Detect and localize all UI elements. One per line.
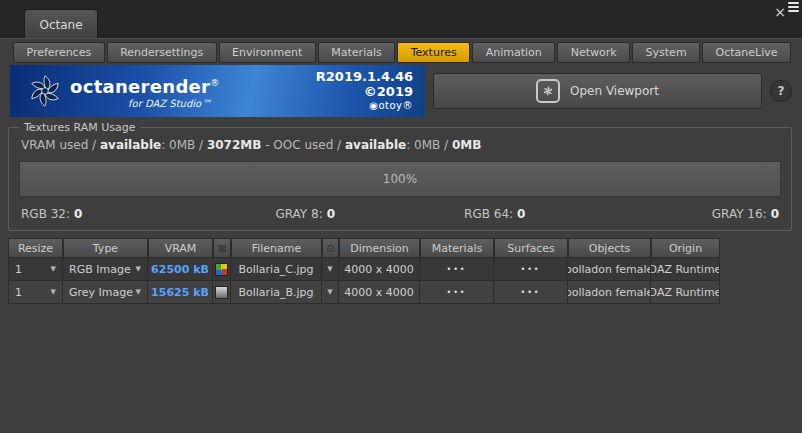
window-title-tab[interactable]: Octane (24, 9, 98, 39)
brand-subtitle: for DAZ Studio™ (128, 98, 211, 109)
tab-textures[interactable]: Textures (397, 42, 470, 63)
chevron-down-icon: ▼ (327, 266, 332, 273)
texture-thumbnail (215, 263, 228, 276)
table-row: 1▼ RGB Image▼ 62500 kB Bollaria_C.jpg ▼ … (8, 258, 720, 281)
column-header-objects[interactable]: Objects (568, 238, 651, 258)
close-icon[interactable]: × (774, 5, 786, 19)
vram-usage-text: VRAM used / available: 0MB / 3072MB - OO… (21, 138, 481, 152)
filename-cell[interactable]: Bollaria_C.jpg (231, 258, 322, 281)
origin-cell: DAZ Runtime (651, 258, 720, 281)
tab-animation[interactable]: Animation (472, 42, 555, 63)
main-panel: Preferences Rendersettings Environment M… (0, 38, 802, 433)
stat-gray8: GRAY 8:0 (275, 207, 335, 221)
type-select[interactable]: Grey Image▼ (63, 281, 148, 304)
column-header-resize[interactable]: Resize (8, 238, 63, 258)
version-number: R2019.1.4.46 (316, 70, 413, 85)
image-box-icon: ⊠ (217, 243, 226, 254)
textures-table: Resize Type VRAM ⊠ Filename ⊙ Dimension … (8, 238, 720, 304)
filename-dropdown[interactable]: ▼ (322, 281, 339, 304)
column-header-surfaces[interactable]: Surfaces (494, 238, 568, 258)
surfaces-button[interactable]: ••• (494, 258, 568, 281)
brand-title: octanerender® (70, 76, 220, 97)
vram-value: 62500 kB (148, 258, 213, 281)
open-viewport-label: Open Viewport (570, 84, 659, 98)
tab-materials[interactable]: Materials (318, 42, 395, 63)
texture-thumbnail-cell[interactable] (213, 281, 231, 304)
textures-ram-usage-group: Textures RAM Usage VRAM used / available… (8, 127, 792, 231)
chevron-down-icon: ▼ (136, 289, 141, 296)
chevron-down-icon: ▼ (51, 266, 56, 273)
tab-bar: Preferences Rendersettings Environment M… (13, 42, 791, 63)
column-header-origin[interactable]: Origin (651, 238, 720, 258)
banner-row: octanerender® for DAZ Studio™ R2019.1.4.… (10, 65, 792, 117)
octane-banner: octanerender® for DAZ Studio™ R2019.1.4.… (10, 65, 425, 117)
filename-cell[interactable]: Bollaria_B.jpg (231, 281, 322, 304)
column-header-type[interactable]: Type (63, 238, 148, 258)
resize-select[interactable]: 1▼ (8, 258, 63, 281)
objects-cell: bolladon female (568, 281, 651, 304)
texture-stats-row: RGB 32:0 GRAY 8:0 RGB 64:0 GRAY 16:0 (21, 207, 779, 221)
texture-thumbnail (215, 286, 228, 299)
table-header: Resize Type VRAM ⊠ Filename ⊙ Dimension … (8, 238, 720, 258)
tab-environment[interactable]: Environment (219, 42, 316, 63)
viewport-logo-icon (536, 79, 560, 103)
group-label: Textures RAM Usage (19, 121, 140, 134)
copyright: ©2019 (316, 85, 413, 100)
tab-octanelive[interactable]: OctaneLive (702, 42, 791, 63)
chevron-down-icon: ▼ (51, 289, 56, 296)
table-row: 1▼ Grey Image▼ 15625 kB Bollaria_B.jpg ▼… (8, 281, 720, 304)
column-header-filename[interactable]: Filename (231, 238, 322, 258)
stat-rgb32: RGB 32:0 (21, 207, 211, 221)
origin-cell: DAZ Runtime (651, 281, 720, 304)
column-header-materials[interactable]: Materials (420, 238, 494, 258)
resize-select[interactable]: 1▼ (8, 281, 63, 304)
tab-network[interactable]: Network (557, 42, 630, 63)
objects-cell: bolladon female (568, 258, 651, 281)
open-viewport-button[interactable]: Open Viewport (433, 73, 762, 109)
progress-label: 100% (383, 172, 417, 186)
otoy-logo: ◉otoy® (316, 100, 413, 112)
stat-rgb64: RGB 64:0 (464, 207, 525, 221)
materials-button[interactable]: ••• (420, 258, 494, 281)
octane-logo-icon (26, 72, 64, 110)
chevron-down-icon: ▼ (136, 266, 141, 273)
surfaces-button[interactable]: ••• (494, 281, 568, 304)
chevron-down-icon: ▼ (327, 289, 332, 296)
window-title: Octane (39, 18, 82, 32)
title-bar: Octane × (0, 0, 802, 38)
dimension-cell: 4000 x 4000 (339, 281, 420, 304)
column-header-dimension[interactable]: Dimension (339, 238, 420, 258)
column-header-reload[interactable]: ⊙ (322, 238, 339, 258)
ram-progress-bar: 100% (19, 161, 781, 197)
octane-plugin-window: Octane × Preferences Rendersettings Envi… (0, 0, 802, 433)
dimension-cell: 4000 x 4000 (339, 258, 420, 281)
texture-thumbnail-cell[interactable] (213, 258, 231, 281)
help-button[interactable]: ? (770, 80, 792, 102)
tab-rendersettings[interactable]: Rendersettings (107, 42, 217, 63)
type-select[interactable]: RGB Image▼ (63, 258, 148, 281)
circle-dot-icon: ⊙ (326, 243, 335, 254)
tab-system[interactable]: System (632, 42, 700, 63)
dock-menu-icon[interactable] (787, 1, 800, 13)
progress-fill: 100% (20, 162, 780, 196)
column-header-preview[interactable]: ⊠ (213, 238, 231, 258)
tab-preferences[interactable]: Preferences (13, 42, 105, 63)
column-header-vram[interactable]: VRAM (148, 238, 213, 258)
vram-value: 15625 kB (148, 281, 213, 304)
stat-gray16: GRAY 16:0 (712, 207, 779, 221)
filename-dropdown[interactable]: ▼ (322, 258, 339, 281)
materials-button[interactable]: ••• (420, 281, 494, 304)
version-block: R2019.1.4.46 ©2019 ◉otoy® (316, 70, 413, 111)
